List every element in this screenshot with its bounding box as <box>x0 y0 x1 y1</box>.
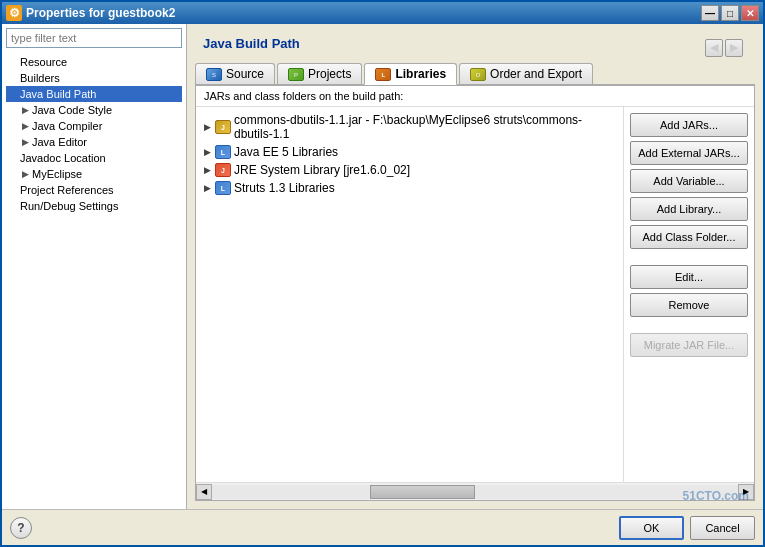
lib-icon-javaee: L <box>215 145 231 159</box>
maximize-button[interactable]: □ <box>721 5 739 21</box>
tab-libraries[interactable]: L Libraries <box>364 63 457 85</box>
lib-item-struts[interactable]: ▶ L Struts 1.3 Libraries <box>200 179 619 197</box>
tab-bar: S Source P Projects L Libraries O Order … <box>195 63 755 85</box>
bottom-bar: ? 51CTO.com OK Cancel <box>2 509 763 545</box>
sidebar-item-project-references[interactable]: Project References <box>6 182 182 198</box>
add-external-jars-button[interactable]: Add External JARs... <box>630 141 748 165</box>
add-library-button[interactable]: Add Library... <box>630 197 748 221</box>
lib-item-jre[interactable]: ▶ J JRE System Library [jre1.6.0_02] <box>200 161 619 179</box>
help-button[interactable]: ? <box>10 517 32 539</box>
add-jars-button[interactable]: Add JARs... <box>630 113 748 137</box>
button-separator-2 <box>630 321 748 329</box>
sidebar-item-javadoc[interactable]: Javadoc Location <box>6 150 182 166</box>
scroll-left-button[interactable]: ◀ <box>196 484 212 500</box>
projects-tab-icon: P <box>288 68 304 81</box>
expand-struts: ▶ <box>202 183 212 193</box>
expand-commons: ▶ <box>202 122 212 132</box>
lib-label-javaee: Java EE 5 Libraries <box>234 145 338 159</box>
lib-label-struts: Struts 1.3 Libraries <box>234 181 335 195</box>
content-area: Resource Builders Java Build Path ▶ Java… <box>2 24 763 509</box>
dialog-buttons: OK Cancel <box>619 516 755 540</box>
expand-arrow-code-style: ▶ <box>20 105 30 115</box>
lib-item-commons-dbutils[interactable]: ▶ J commons-dbutils-1.1.jar - F:\backup\… <box>200 111 619 143</box>
close-button[interactable]: ✕ <box>741 5 759 21</box>
sidebar-item-myeclipse[interactable]: ▶ MyEclipse <box>6 166 182 182</box>
lib-icon-struts: L <box>215 181 231 195</box>
remove-button[interactable]: Remove <box>630 293 748 317</box>
sidebar: Resource Builders Java Build Path ▶ Java… <box>2 24 187 509</box>
title-bar: ⚙ Properties for guestbook2 — □ ✕ <box>2 2 763 24</box>
sidebar-item-java-code-style[interactable]: ▶ Java Code Style <box>6 102 182 118</box>
expand-arrow-myeclipse: ▶ <box>20 169 30 179</box>
window-title: Properties for guestbook2 <box>26 6 701 20</box>
horizontal-scrollbar: ◀ ▶ <box>196 482 754 500</box>
tab-source-label: Source <box>226 67 264 81</box>
lib-label-commons: commons-dbutils-1.1.jar - F:\backup\MyEc… <box>234 113 617 141</box>
expand-javaee: ▶ <box>202 147 212 157</box>
panel-title: Java Build Path <box>203 36 300 53</box>
button-separator <box>630 253 748 261</box>
libraries-tab-icon: L <box>375 68 391 81</box>
order-tab-icon: O <box>470 68 486 81</box>
scroll-track[interactable] <box>212 485 738 499</box>
sidebar-item-java-compiler[interactable]: ▶ Java Compiler <box>6 118 182 134</box>
scroll-thumb <box>370 485 475 499</box>
tab-projects[interactable]: P Projects <box>277 63 362 84</box>
panel-header-row: Java Build Path ◀ ▶ <box>195 32 755 63</box>
lib-item-java-ee5[interactable]: ▶ L Java EE 5 Libraries <box>200 143 619 161</box>
add-variable-button[interactable]: Add Variable... <box>630 169 748 193</box>
sidebar-item-java-build-path[interactable]: Java Build Path <box>6 86 182 102</box>
sidebar-item-run-debug[interactable]: Run/Debug Settings <box>6 198 182 214</box>
nav-forward-button[interactable]: ▶ <box>725 39 743 57</box>
tab-order-export-label: Order and Export <box>490 67 582 81</box>
cancel-button[interactable]: Cancel <box>690 516 755 540</box>
right-panel: Java Build Path ◀ ▶ S Source P Projects … <box>187 24 763 509</box>
jre-icon: J <box>215 163 231 177</box>
nav-back-button[interactable]: ◀ <box>705 39 723 57</box>
jar-icon-commons: J <box>215 120 231 134</box>
panel-description: JARs and class folders on the build path… <box>196 86 754 107</box>
tab-projects-label: Projects <box>308 67 351 81</box>
panel-body: ▶ J commons-dbutils-1.1.jar - F:\backup\… <box>196 107 754 482</box>
navigation-arrows: ◀ ▶ <box>705 39 743 57</box>
window-controls: — □ ✕ <box>701 5 759 21</box>
edit-button[interactable]: Edit... <box>630 265 748 289</box>
window-icon: ⚙ <box>6 5 22 21</box>
sidebar-item-builders[interactable]: Builders <box>6 70 182 86</box>
filter-input[interactable] <box>6 28 182 48</box>
sidebar-item-java-editor[interactable]: ▶ Java Editor <box>6 134 182 150</box>
lib-label-jre: JRE System Library [jre1.6.0_02] <box>234 163 410 177</box>
action-buttons-panel: Add JARs... Add External JARs... Add Var… <box>624 107 754 482</box>
main-window: ⚙ Properties for guestbook2 — □ ✕ Resour… <box>0 0 765 547</box>
tab-source[interactable]: S Source <box>195 63 275 84</box>
expand-arrow-editor: ▶ <box>20 137 30 147</box>
main-content-panel: JARs and class folders on the build path… <box>195 85 755 501</box>
library-tree: ▶ J commons-dbutils-1.1.jar - F:\backup\… <box>196 107 624 482</box>
tab-libraries-label: Libraries <box>395 67 446 81</box>
migrate-jar-button[interactable]: Migrate JAR File... <box>630 333 748 357</box>
add-class-folder-button[interactable]: Add Class Folder... <box>630 225 748 249</box>
ok-button[interactable]: OK <box>619 516 684 540</box>
tab-order-export[interactable]: O Order and Export <box>459 63 593 84</box>
minimize-button[interactable]: — <box>701 5 719 21</box>
source-tab-icon: S <box>206 68 222 81</box>
expand-jre: ▶ <box>202 165 212 175</box>
scroll-right-button[interactable]: ▶ <box>738 484 754 500</box>
sidebar-item-resource[interactable]: Resource <box>6 54 182 70</box>
expand-arrow-compiler: ▶ <box>20 121 30 131</box>
